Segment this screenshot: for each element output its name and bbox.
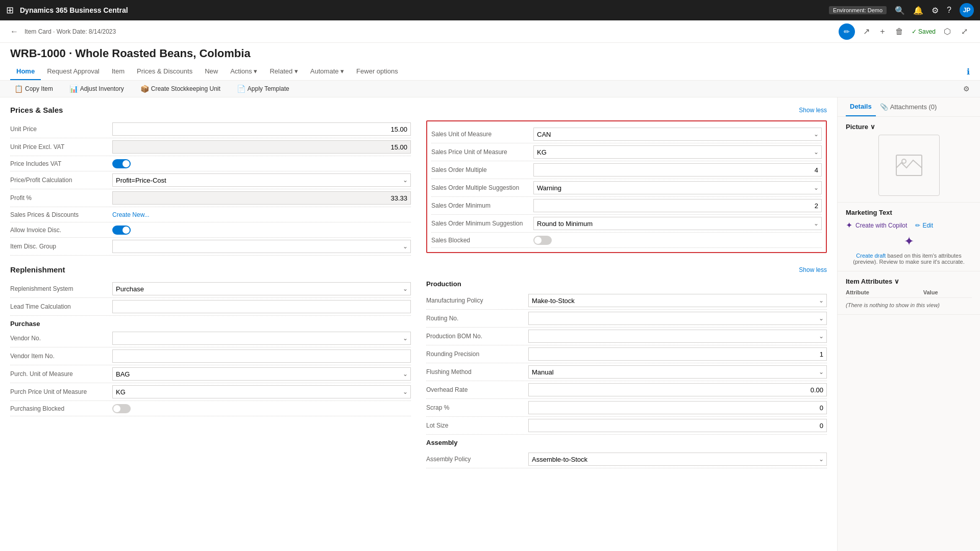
purch-unit-of-measure-field: Purch. Unit of Measure BAG: [10, 365, 411, 383]
scrap-percent-input[interactable]: [528, 401, 827, 414]
manufacturing-policy-field: Manufacturing Policy Make-to-Stock: [426, 292, 827, 310]
purch-unit-of-measure-select[interactable]: BAG: [112, 367, 411, 381]
edit-marketing-text-button[interactable]: ✏ Edit: [915, 220, 933, 230]
overhead-rate-input[interactable]: [528, 383, 827, 396]
back-button[interactable]: ←: [10, 27, 18, 36]
page-title-bar: WRB-1000 · Whole Roasted Beans, Colombia: [0, 43, 980, 63]
item-disc-group-field: Item Disc. Group: [10, 238, 411, 256]
tab-prices-discounts[interactable]: Prices & Discounts: [131, 63, 199, 80]
saved-indicator: ✓ Saved: [912, 28, 936, 35]
purch-unit-of-measure-label: Purch. Unit of Measure: [10, 370, 112, 378]
header-bar: ← Item Card · Work Date: 8/14/2023 ✏ ↗ +…: [0, 20, 980, 43]
marketing-text-actions: ✦ Create with Copilot ✏ Edit: [846, 220, 972, 230]
copy-item-button[interactable]: 📋 Copy Item: [10, 83, 57, 95]
search-icon[interactable]: 🔍: [895, 6, 905, 15]
copilot-create-draft-area: ✦ Create draft based on this item's attr…: [846, 234, 972, 265]
routing-no-select[interactable]: [528, 312, 827, 325]
price-profit-calc-label: Price/Profit Calculation: [10, 177, 112, 184]
replenishment-system-field: Replenishment System Purchase: [10, 280, 411, 298]
prices-sales-show-less[interactable]: Show less: [799, 107, 827, 114]
sales-order-minimum-suggestion-select[interactable]: Round to Minimum: [533, 217, 822, 230]
tab-actions[interactable]: Actions ▾: [224, 63, 263, 80]
create-stockkeeping-unit-button[interactable]: 📦 Create Stockkeeping Unit: [136, 83, 225, 95]
adjust-inventory-button[interactable]: 📊 Adjust Inventory: [65, 83, 128, 95]
details-tab[interactable]: Details: [846, 97, 876, 116]
item-attributes-chevron-icon: ∨: [894, 278, 899, 285]
manufacturing-policy-select[interactable]: Make-to-Stock: [528, 294, 827, 307]
assembly-policy-label: Assembly Policy: [426, 456, 528, 463]
production-bom-no-field: Production BOM No.: [426, 328, 827, 345]
lead-time-calc-input[interactable]: [112, 300, 411, 313]
sales-order-multiple-input[interactable]: [533, 163, 822, 177]
delete-button[interactable]: 🗑: [893, 25, 905, 38]
flushing-method-select[interactable]: Manual: [528, 365, 827, 379]
profit-percent-label: Profit %: [10, 194, 112, 202]
production-bom-no-select[interactable]: [528, 330, 827, 343]
tab-automate[interactable]: Automate ▾: [304, 63, 350, 80]
price-profit-calc-select[interactable]: Profit=Price-Cost: [112, 173, 411, 187]
purchasing-blocked-toggle[interactable]: [112, 404, 131, 413]
create-draft-link[interactable]: Create draft: [856, 253, 886, 259]
edit-button[interactable]: ✏: [839, 23, 855, 40]
sales-order-multiple-label: Sales Order Multiple: [431, 166, 533, 173]
help-icon[interactable]: ?: [947, 6, 951, 15]
purch-price-unit-of-measure-select[interactable]: KG: [112, 385, 411, 398]
create-with-copilot-label: Create with Copilot: [855, 222, 907, 229]
vendor-item-no-input[interactable]: [112, 349, 411, 363]
tab-new[interactable]: New: [199, 63, 224, 80]
apply-template-button[interactable]: 📄 Apply Template: [233, 83, 293, 95]
item-attributes-title[interactable]: Item Attributes ∨: [846, 278, 972, 285]
sales-order-multiple-suggestion-select[interactable]: Warning: [533, 181, 822, 194]
page-title: WRB-1000 · Whole Roasted Beans, Colombia: [10, 47, 970, 60]
copy-item-label: Copy Item: [25, 85, 53, 92]
assembly-policy-select[interactable]: Assemble-to-Stock: [528, 453, 827, 466]
rounding-precision-input[interactable]: [528, 347, 827, 361]
replenishment-title: Replenishment: [10, 265, 65, 274]
notification-icon[interactable]: 🔔: [913, 6, 923, 15]
copilot-star-icon: ✦: [846, 220, 852, 230]
settings-icon[interactable]: ⚙: [932, 6, 939, 15]
expand-button[interactable]: ⬡: [942, 24, 953, 38]
sales-blocked-field: Sales Blocked: [431, 233, 822, 248]
stockkeeping-icon: 📦: [140, 85, 149, 93]
item-attributes-section: Item Attributes ∨ Attribute Value (There…: [838, 271, 980, 315]
profit-percent-input[interactable]: [112, 191, 411, 205]
unit-price-input[interactable]: [112, 122, 411, 136]
create-stockkeeping-label: Create Stockkeeping Unit: [151, 85, 220, 92]
sales-order-minimum-label: Sales Order Minimum: [431, 202, 533, 209]
item-disc-group-select[interactable]: [112, 240, 411, 253]
ribbon-settings-icon[interactable]: ⚙: [963, 85, 970, 93]
lot-size-label: Lot Size: [426, 422, 528, 429]
unit-price-excl-vat-input[interactable]: [112, 140, 411, 154]
tab-fewer-options[interactable]: Fewer options: [350, 63, 404, 80]
sales-price-unit-of-measure-select[interactable]: KG: [533, 145, 822, 159]
allow-invoice-disc-toggle[interactable]: [112, 226, 131, 235]
picture-title[interactable]: Picture ∨: [846, 123, 972, 131]
apply-template-label: Apply Template: [248, 85, 289, 92]
replenishment-show-less[interactable]: Show less: [799, 266, 827, 273]
replenishment-system-select[interactable]: Purchase: [112, 282, 411, 295]
purchasing-blocked-label: Purchasing Blocked: [10, 405, 112, 412]
sales-order-minimum-input[interactable]: [533, 199, 822, 212]
tab-request-approval[interactable]: Request Approval: [41, 63, 106, 80]
create-new-link[interactable]: Create New...: [112, 211, 150, 218]
sales-order-minimum-suggestion-label: Sales Order Minimum Suggestion: [431, 220, 533, 227]
add-button[interactable]: +: [878, 25, 887, 38]
fullscreen-button[interactable]: ⤢: [959, 24, 970, 38]
share-button[interactable]: ↗: [861, 24, 872, 38]
create-with-copilot-button[interactable]: ✦ Create with Copilot: [846, 220, 907, 230]
grid-icon[interactable]: ⊞: [6, 5, 14, 16]
lot-size-input[interactable]: [528, 419, 827, 432]
vendor-no-select[interactable]: [112, 332, 411, 345]
price-profit-calc-field: Price/Profit Calculation Profit=Price-Co…: [10, 171, 411, 189]
info-icon[interactable]: ℹ: [967, 67, 970, 77]
tab-related[interactable]: Related ▾: [263, 63, 304, 80]
scrap-percent-label: Scrap %: [426, 404, 528, 411]
sales-blocked-toggle[interactable]: [533, 236, 552, 245]
tab-item[interactable]: Item: [106, 63, 131, 80]
sales-unit-of-measure-select[interactable]: CAN: [533, 128, 822, 141]
price-includes-vat-toggle[interactable]: [112, 159, 131, 168]
attachments-tab[interactable]: 📎 Attachments (0): [876, 97, 941, 116]
user-avatar[interactable]: JP: [960, 3, 974, 17]
tab-home[interactable]: Home: [10, 63, 41, 80]
